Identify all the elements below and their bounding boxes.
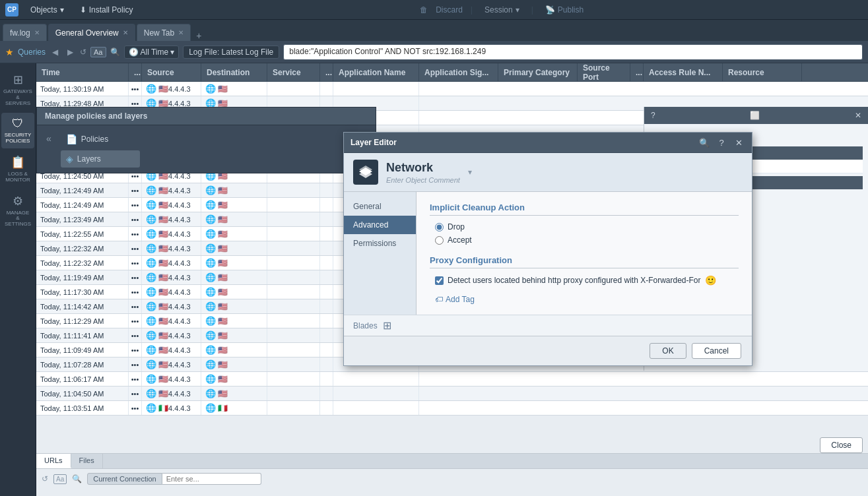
col-destination[interactable]: Destination: [201, 63, 267, 81]
nav-back-btn[interactable]: ◀: [50, 46, 61, 58]
sidebar-item-logs[interactable]: 📋 LOGS & MONITOR: [1, 151, 34, 187]
detect-proxy-checkbox[interactable]: [435, 276, 444, 285]
bottom-search-area: Current Connection: [87, 473, 261, 485]
drop-radio-input[interactable]: [435, 223, 444, 232]
add-tag-btn[interactable]: 🏷 Add Tag: [435, 295, 739, 304]
log-file-selector[interactable]: Log File: Latest Log File: [183, 46, 279, 59]
cancel-button[interactable]: Cancel: [692, 343, 741, 359]
col-dots2[interactable]: ...: [320, 63, 333, 81]
detect-proxy-row[interactable]: Detect users located behind http proxy c…: [435, 275, 739, 286]
time-range-selector[interactable]: 🕐 All Time ▾: [124, 46, 180, 59]
sidebar-item-security-policies[interactable]: 🛡 SECURITY POLICIES: [1, 113, 34, 148]
modal-tab-permissions[interactable]: Permissions: [344, 234, 416, 253]
bottom-tab-urls[interactable]: URLs: [36, 454, 71, 468]
drop-radio-item[interactable]: Drop: [435, 222, 739, 232]
objects-menu-btn[interactable]: Objects ▾: [26, 3, 68, 16]
modal-close-btn[interactable]: ✕: [732, 136, 745, 149]
gateways-icon: ⊞: [13, 73, 23, 87]
tab-general-overview[interactable]: General Overview ✕: [48, 24, 135, 41]
cell-dots: •••: [129, 227, 142, 241]
bottom-close-btn[interactable]: Close: [820, 437, 863, 453]
tab-fwlog[interactable]: fw.log ✕: [3, 24, 47, 41]
time-chevron-icon: ▾: [170, 47, 174, 57]
cell-dots: •••: [129, 401, 142, 415]
col-dots1[interactable]: ...: [129, 63, 142, 81]
modal-tab-advanced[interactable]: Advanced: [344, 216, 416, 234]
table-row[interactable]: Today, 11:06:17 AM ••• 🌐 🇺🇸 4.4.4.3 🌐 🇺🇸: [36, 372, 868, 387]
tab-general-overview-close-icon[interactable]: ✕: [123, 29, 128, 36]
modal-header-chevron-icon[interactable]: ▾: [468, 168, 472, 177]
table-row[interactable]: Today, 11:03:51 AM ••• 🌐 🇮🇹 4.4.4.3 🌐 🇮🇹: [36, 401, 868, 416]
help-icon[interactable]: ?: [651, 111, 655, 120]
modal-tabs: General Advanced Permissions: [344, 192, 417, 315]
col-srcport[interactable]: Source Port: [578, 63, 630, 81]
cell-source: 🌐 🇺🇸 4.4.4.3: [142, 256, 201, 270]
cell-svc-dots: [320, 212, 333, 226]
col-resource[interactable]: Resource: [723, 63, 802, 81]
cell-time: Today, 11:04:50 AM: [36, 387, 129, 400]
accept-radio-input[interactable]: [435, 236, 444, 245]
search-icon[interactable]: 🔍: [110, 47, 120, 57]
proxy-section: Proxy Configuration Detect users located…: [430, 255, 739, 286]
tab-new-tab[interactable]: New Tab ✕: [137, 24, 191, 41]
bottom-current-connection[interactable]: Current Connection: [87, 473, 162, 485]
cell-source: 🌐 🇺🇸 4.4.4.3: [142, 212, 201, 226]
manage-collapse-btn[interactable]: «: [42, 131, 55, 168]
nav-forward-btn[interactable]: ▶: [65, 46, 76, 58]
col-appsig[interactable]: Application Sig...: [419, 63, 498, 81]
security-icon: 🛡: [12, 117, 24, 131]
restore-icon[interactable]: ⬜: [750, 111, 760, 120]
queries-btn[interactable]: Queries: [18, 47, 46, 57]
bottom-tab-files[interactable]: Files: [71, 454, 103, 468]
session-label: Session: [484, 5, 513, 15]
tab-fwlog-close-icon[interactable]: ✕: [34, 29, 40, 36]
refresh-btn[interactable]: ↺: [80, 47, 86, 57]
col-access[interactable]: Access Rule N...: [644, 63, 723, 81]
cell-dots: •••: [129, 198, 142, 212]
publish-btn[interactable]: 📡 Publish: [541, 3, 587, 16]
add-tab-btn[interactable]: +: [192, 30, 205, 41]
policies-label: Policies: [81, 135, 108, 144]
bottom-aa-btn[interactable]: Aa: [53, 474, 67, 484]
col-time[interactable]: Time: [36, 63, 129, 81]
cell-source: 🌐 🇺🇸 4.4.4.3: [142, 372, 201, 386]
col-primcat[interactable]: Primary Category: [498, 63, 578, 81]
cell-dots: •••: [129, 212, 142, 226]
cell-dots: •••: [129, 241, 142, 255]
cell-service: [267, 198, 320, 212]
modal-search-btn[interactable]: 🔍: [698, 136, 711, 149]
blades-grid-icon[interactable]: ⊞: [383, 319, 391, 332]
cell-dest: 🌐 🇺🇸: [201, 328, 267, 342]
col-dots3[interactable]: ...: [630, 63, 644, 81]
col-appname[interactable]: Application Name: [333, 63, 419, 81]
install-policy-btn[interactable]: ⬇ Install Policy: [76, 3, 137, 16]
tab-new-tab-close-icon[interactable]: ✕: [178, 29, 184, 36]
sidebar-item-manage[interactable]: ⚙ MANAGE & SETTINGS: [1, 190, 34, 232]
sidebar-item-gateways[interactable]: ⊞ GATEWAYS & SERVERS: [1, 69, 34, 110]
manage-nav-layers[interactable]: ◈ Layers: [61, 150, 140, 168]
time-range-label: All Time: [141, 47, 169, 57]
modal-help-btn[interactable]: ?: [715, 136, 728, 149]
search-query-input[interactable]: blade:"Application Control" AND NOT src:…: [283, 44, 863, 60]
col-source[interactable]: Source: [142, 63, 201, 81]
ok-button[interactable]: OK: [650, 343, 686, 359]
table-row[interactable]: Today, 11:30:19 AM ••• 🌐 🇺🇸 4.4.4.3 🌐 🇺🇸: [36, 82, 868, 96]
close-right-panel-icon[interactable]: ✕: [855, 111, 861, 120]
session-chevron-icon: ▾: [516, 5, 519, 15]
add-tag-label: Add Tag: [446, 295, 475, 304]
cell-dots: •••: [129, 328, 142, 342]
manage-nav-policies[interactable]: 📄 Policies: [61, 131, 140, 148]
session-btn[interactable]: Session ▾: [481, 3, 523, 16]
bottom-enter-input[interactable]: [162, 473, 261, 485]
policies-icon: 📄: [66, 134, 77, 144]
table-row[interactable]: Today, 11:04:50 AM ••• 🌐 🇺🇸 4.4.4.3 🌐 🇺🇸: [36, 387, 868, 401]
col-service[interactable]: Service: [267, 63, 320, 81]
discard-btn-area[interactable]: 🗑 Discard: [420, 5, 463, 15]
sidebar: ⊞ GATEWAYS & SERVERS 🛡 SECURITY POLICIES…: [0, 63, 36, 496]
bottom-search-icon[interactable]: 🔍: [72, 474, 82, 483]
cell-time: Today, 11:11:41 AM: [36, 328, 129, 342]
modal-tab-general[interactable]: General: [344, 197, 416, 216]
aa-btn[interactable]: Aa: [90, 47, 106, 57]
accept-radio-item[interactable]: Accept: [435, 235, 739, 245]
bottom-refresh-btn[interactable]: ↺: [42, 474, 48, 483]
